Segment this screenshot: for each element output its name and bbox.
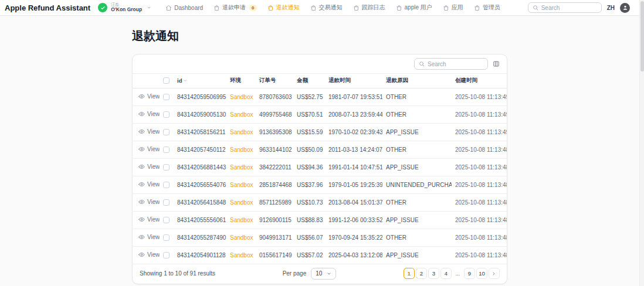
bag-icon <box>310 5 317 11</box>
bag-icon <box>396 5 402 11</box>
table-row: View 843142055556061 Sandbox 9126900115 … <box>133 211 507 229</box>
nav-item-refund-requests[interactable]: 退款申请 0 <box>213 4 256 12</box>
column-header-id[interactable]: id <box>174 74 226 88</box>
next-page-button[interactable] <box>489 268 500 279</box>
cell-refund-time: 2013-08-04 15:01:37 <box>325 193 382 211</box>
tenant-text: 汪磊 O'Kon Group <box>111 2 142 12</box>
eye-icon <box>138 146 145 152</box>
scrollbar-thumb[interactable] <box>640 1 644 72</box>
cell-created: 2025-10-08 11:13:48 <box>452 193 507 211</box>
cell-reason: OTHER <box>382 141 452 158</box>
view-button[interactable]: View <box>136 199 160 205</box>
env-link[interactable]: Sandbox <box>230 111 253 118</box>
nav-item-admins[interactable]: 管理员 <box>474 4 500 12</box>
refund-notifications-table: id 环境 订单号 金额 退款时间 退款原因 创建时间 <box>133 74 507 264</box>
view-button[interactable]: View <box>136 128 160 135</box>
cell-amount: US$56.07 <box>293 229 325 246</box>
language-switcher[interactable]: ZH <box>607 5 615 11</box>
view-button[interactable]: View <box>136 111 160 117</box>
row-checkbox[interactable] <box>163 234 170 241</box>
row-checkbox[interactable] <box>163 217 170 223</box>
page-button-2[interactable]: 2 <box>416 268 427 279</box>
table-row: View 843142056415848 Sandbox 8571125989 … <box>133 193 507 211</box>
table-row: View 843142057450112 Sandbox 9633144102 … <box>133 141 507 158</box>
cell-created: 2025-10-08 11:13:48 <box>452 246 507 264</box>
select-all-checkbox[interactable] <box>163 77 170 84</box>
table-row: View 843142055287490 Sandbox 9049913171 … <box>133 229 507 246</box>
nav-item-apps[interactable]: 应用 <box>443 4 463 12</box>
user-avatar[interactable] <box>620 3 630 13</box>
bag-icon <box>213 5 220 11</box>
env-link[interactable]: Sandbox <box>230 234 253 241</box>
cell-id: 843142055556061 <box>174 211 226 229</box>
home-icon <box>165 5 172 11</box>
global-search[interactable] <box>528 2 602 13</box>
app-title: Apple Refund Assistant <box>5 4 90 12</box>
table-row: View 843142058156211 Sandbox 9136395308 … <box>133 123 507 141</box>
page-button-1[interactable]: 1 <box>404 268 415 279</box>
view-button[interactable]: View <box>136 181 160 188</box>
page-button-10[interactable]: 10 <box>476 268 487 279</box>
row-checkbox[interactable] <box>163 94 170 100</box>
main-content: 退款通知 <box>132 28 507 284</box>
nav-label: apple 用户 <box>405 4 432 12</box>
tenant-company: O'Kon Group <box>111 7 142 12</box>
search-icon <box>419 61 425 67</box>
row-checkbox[interactable] <box>163 164 170 171</box>
view-button[interactable]: View <box>136 234 160 240</box>
nav-item-transaction-notifications[interactable]: 交易通知 <box>310 4 343 12</box>
table-search-input[interactable] <box>428 61 483 67</box>
cell-order: 4999755468 <box>256 105 293 123</box>
toggle-columns-button[interactable] <box>492 59 501 69</box>
per-page-select[interactable]: 10 <box>311 268 336 280</box>
bag-icon <box>474 5 480 11</box>
row-checkbox[interactable] <box>163 252 170 258</box>
nav-item-refund-notifications[interactable]: 退款通知 <box>267 4 300 12</box>
cell-created: 2025-10-08 11:13:48 <box>452 158 507 176</box>
cell-refund-time: 1991-01-14 10:47:51 <box>325 158 382 176</box>
view-button[interactable]: View <box>136 164 160 170</box>
cell-refund-time: 1970-09-24 15:35:22 <box>325 229 382 246</box>
env-link[interactable]: Sandbox <box>230 182 253 188</box>
env-link[interactable]: Sandbox <box>230 217 253 223</box>
view-label: View <box>147 199 160 205</box>
page-scrollbar[interactable] <box>639 0 644 286</box>
env-link[interactable]: Sandbox <box>230 147 253 153</box>
row-checkbox[interactable] <box>163 199 170 206</box>
tenant-menu[interactable]: 汪磊 O'Kon Group <box>98 2 151 12</box>
cell-order: 9049913171 <box>256 229 293 246</box>
column-header-refund-time: 退款时间 <box>325 74 382 88</box>
page-button-9[interactable]: 9 <box>464 268 475 279</box>
env-link[interactable]: Sandbox <box>230 129 253 135</box>
view-button[interactable]: View <box>136 146 160 152</box>
cell-refund-time: 2011-03-13 14:24:07 <box>325 141 382 158</box>
row-checkbox[interactable] <box>163 182 170 188</box>
pagination: 1 2 3 4 ... 9 10 <box>404 268 500 279</box>
column-header-env: 环境 <box>226 74 256 88</box>
global-search-input[interactable] <box>541 5 597 11</box>
page-button-3[interactable]: 3 <box>428 268 439 279</box>
eye-icon <box>138 111 145 117</box>
cell-created: 2025-10-08 11:13:49 <box>452 105 507 123</box>
cell-refund-time: 1979-01-05 19:25:39 <box>325 176 382 193</box>
env-link[interactable]: Sandbox <box>230 252 253 258</box>
table-search[interactable] <box>414 58 488 70</box>
nav-item-apple-users[interactable]: apple 用户 <box>396 4 432 12</box>
cell-created: 2025-10-08 11:13:49 <box>452 88 507 105</box>
env-link[interactable]: Sandbox <box>230 199 253 206</box>
view-label: View <box>147 216 160 223</box>
row-checkbox[interactable] <box>163 111 170 118</box>
view-button[interactable]: View <box>136 216 160 223</box>
row-checkbox[interactable] <box>163 129 170 135</box>
nav-item-dashboard[interactable]: Dashboard <box>165 5 203 11</box>
nav-item-trace-logs[interactable]: 跟踪日志 <box>353 4 385 12</box>
page-button-4[interactable]: 4 <box>440 268 452 279</box>
view-button[interactable]: View <box>136 251 160 258</box>
env-link[interactable]: Sandbox <box>230 94 253 100</box>
row-checkbox[interactable] <box>163 147 170 153</box>
env-link[interactable]: Sandbox <box>230 164 253 171</box>
bag-icon <box>443 5 449 11</box>
view-label: View <box>147 234 160 240</box>
view-button[interactable]: View <box>136 93 160 100</box>
cell-reason: OTHER <box>382 105 452 123</box>
